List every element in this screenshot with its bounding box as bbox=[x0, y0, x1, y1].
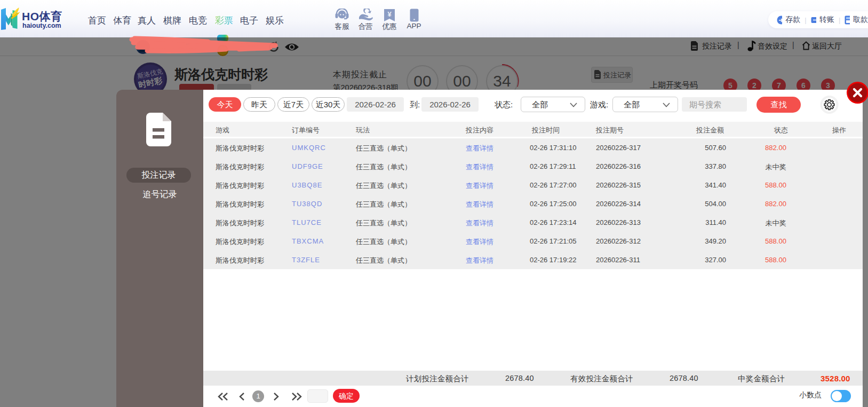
svg-text:¥: ¥ bbox=[387, 10, 392, 18]
